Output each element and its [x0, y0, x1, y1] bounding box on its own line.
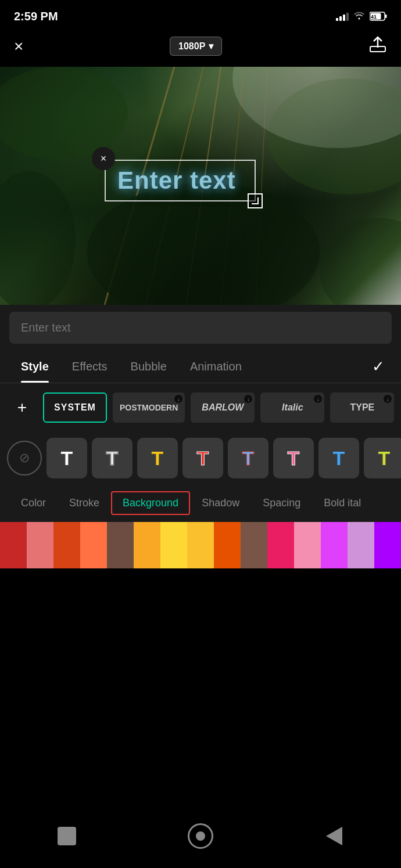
swatch-brown-dark[interactable]: [107, 522, 134, 568]
color-tab-bold[interactable]: Bold ital: [312, 491, 373, 515]
text-style-row: ⊘ T T T T T T T T: [0, 432, 401, 484]
close-button[interactable]: ×: [14, 38, 23, 55]
font-download-icon: ↓: [314, 395, 322, 403]
style-yellow[interactable]: T: [137, 438, 178, 478]
export-button[interactable]: [368, 35, 387, 57]
svg-point-11: [0, 67, 128, 160]
wifi-icon: [353, 10, 365, 22]
signal-icon: [336, 12, 349, 21]
nav-stop-button[interactable]: [51, 820, 83, 852]
swatch-brown[interactable]: [241, 522, 267, 568]
tab-bubble[interactable]: Bubble: [119, 351, 178, 383]
tab-style[interactable]: Style: [9, 351, 60, 383]
font-postmodern[interactable]: POSTMODERN ↓: [113, 392, 185, 423]
battery-icon: 41: [370, 12, 387, 21]
swatch-red-dark[interactable]: [0, 522, 27, 568]
text-delete-button[interactable]: ×: [92, 147, 115, 170]
font-row: + SYSTEM POSTMODERN ↓ BARLOW ↓ Italic ↓ …: [0, 383, 401, 432]
swatch-orange-dark[interactable]: [53, 522, 80, 568]
swatch-orange-deep[interactable]: [214, 522, 241, 568]
color-tab-color[interactable]: Color: [9, 491, 58, 515]
color-tab-shadow[interactable]: Shadow: [190, 491, 251, 515]
font-type[interactable]: TYPE ↓: [330, 392, 394, 423]
video-preview: × Enter text: [0, 67, 401, 305]
font-download-icon: ↓: [244, 395, 252, 403]
swatch-violet[interactable]: [374, 522, 401, 568]
swatch-purple-light[interactable]: [348, 522, 374, 568]
text-overlay[interactable]: × Enter text: [105, 160, 256, 201]
style-yellowgreen[interactable]: T: [364, 438, 401, 478]
swatch-yellow-dark[interactable]: [134, 522, 160, 568]
color-swatches: [0, 522, 401, 568]
nav-home-button[interactable]: [184, 820, 217, 852]
font-add-button[interactable]: +: [7, 392, 37, 423]
text-overlay-content: Enter text: [117, 167, 236, 194]
svg-point-16: [232, 67, 401, 148]
style-outline[interactable]: T: [92, 438, 133, 478]
svg-point-14: [0, 171, 76, 305]
text-resize-handle[interactable]: [248, 193, 263, 208]
font-italic[interactable]: Italic ↓: [260, 392, 324, 423]
svg-point-15: [320, 218, 401, 305]
font-system[interactable]: SYSTEM: [43, 392, 107, 423]
style-pink[interactable]: T: [273, 438, 314, 478]
status-time: 2:59 PM: [14, 10, 58, 23]
style-deepblue[interactable]: T: [318, 438, 359, 478]
svg-rect-1: [385, 15, 387, 18]
font-download-icon: ↓: [174, 395, 182, 403]
tab-animation[interactable]: Animation: [178, 351, 253, 383]
top-toolbar: × 1080P ▾: [0, 30, 401, 67]
color-tabs: Color Stroke Background Shadow Spacing B…: [0, 484, 401, 522]
swatch-pink-light[interactable]: [294, 522, 321, 568]
style-none[interactable]: ⊘: [7, 441, 42, 476]
swatch-purple[interactable]: [321, 522, 348, 568]
swatch-red-light[interactable]: [27, 522, 53, 568]
tab-confirm-button[interactable]: ✓: [365, 351, 392, 383]
swatch-amber[interactable]: [187, 522, 214, 568]
tab-effects[interactable]: Effects: [60, 351, 119, 383]
back-icon: [326, 827, 342, 845]
svg-text:41: 41: [371, 14, 377, 20]
text-overlay-box: Enter text: [105, 160, 256, 201]
nav-back-button[interactable]: [318, 820, 350, 852]
stop-icon: [58, 827, 76, 845]
swatch-yellow[interactable]: [160, 522, 187, 568]
swatch-orange[interactable]: [80, 522, 107, 568]
swatch-pink[interactable]: [267, 522, 294, 568]
style-white[interactable]: T: [46, 438, 87, 478]
bottom-panel: Style Effects Bubble Animation ✓ + SYSTE…: [0, 305, 401, 568]
tab-bar: Style Effects Bubble Animation ✓: [0, 351, 401, 383]
style-lightblue[interactable]: T: [228, 438, 268, 478]
text-input-row: [0, 305, 401, 351]
nav-bar: [0, 810, 401, 868]
text-input-field[interactable]: [9, 312, 392, 344]
status-icons: 41: [336, 10, 387, 22]
color-tab-stroke[interactable]: Stroke: [58, 491, 111, 515]
color-tab-background[interactable]: Background: [111, 491, 190, 515]
home-icon: [188, 823, 213, 849]
color-tab-spacing[interactable]: Spacing: [251, 491, 312, 515]
resolution-button[interactable]: 1080P ▾: [170, 37, 222, 56]
font-barlow[interactable]: BARLOW ↓: [191, 392, 255, 423]
font-download-icon: ↓: [384, 395, 392, 403]
status-bar: 2:59 PM 41: [0, 0, 401, 30]
style-red[interactable]: T: [182, 438, 223, 478]
